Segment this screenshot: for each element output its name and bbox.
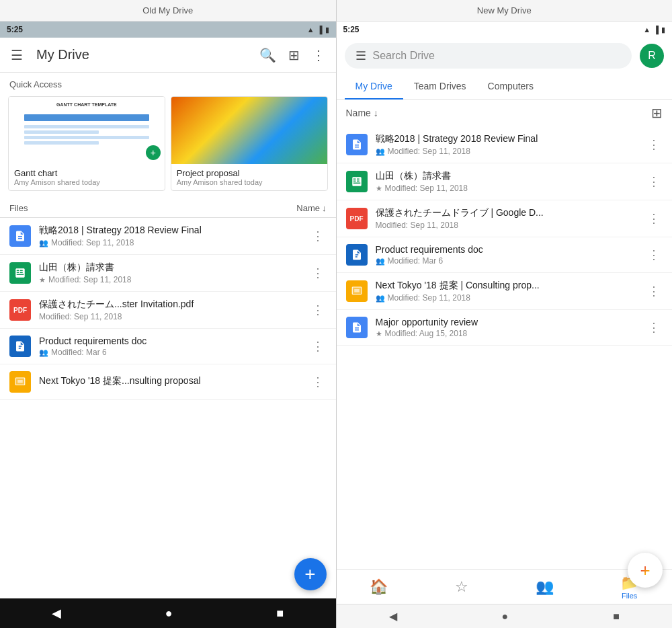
left-file-name-0: 戦略2018 | Strategy 2018 Review Final bbox=[39, 225, 309, 237]
star-nav-icon: ☆ bbox=[455, 578, 468, 596]
right-file-more-5[interactable]: ⋮ bbox=[645, 317, 663, 338]
docs-icon-0 bbox=[9, 225, 31, 247]
right-search-bar: ☰ Search Drive R bbox=[337, 38, 673, 74]
right-time: 5:25 bbox=[343, 25, 360, 34]
right-docs-icon-5 bbox=[346, 317, 368, 338]
android-back-button[interactable]: ◀ bbox=[52, 606, 61, 621]
shared-icon-0: 👥 bbox=[39, 239, 48, 247]
bottom-nav-shared[interactable]: 👥 bbox=[529, 576, 560, 598]
right-file-name-0: 戦略2018 | Strategy 2018 Review Final bbox=[376, 133, 646, 145]
right-file-item-4[interactable]: Next Tokyo '18 提案 | Consulting prop... 👥… bbox=[337, 273, 673, 310]
right-file-info-2: 保護されたチームドライブ | Google D... Modified: Sep… bbox=[376, 207, 646, 230]
left-more-button[interactable]: ⋮ bbox=[310, 46, 327, 65]
left-search-button[interactable]: 🔍 bbox=[258, 46, 278, 65]
right-fab[interactable]: + bbox=[628, 553, 663, 588]
right-file-more-4[interactable]: ⋮ bbox=[645, 281, 663, 301]
tab-my-drive[interactable]: My Drive bbox=[345, 74, 403, 100]
android-recent-button[interactable]: ■ bbox=[276, 606, 284, 621]
search-input-wrapper[interactable]: ☰ Search Drive bbox=[345, 43, 632, 69]
right-file-more-1[interactable]: ⋮ bbox=[645, 171, 663, 192]
left-panel-label: Old My Drive bbox=[0, 0, 336, 22]
right-fab-icon: + bbox=[640, 560, 650, 581]
left-file-more-0[interactable]: ⋮ bbox=[309, 226, 327, 246]
right-file-item-1[interactable]: 山田（株）請求書 ★ Modified: Sep 11, 2018 ⋮ bbox=[337, 163, 673, 200]
left-file-more-4[interactable]: ⋮ bbox=[309, 372, 327, 392]
right-tabs: My Drive Team Drives Computers bbox=[337, 74, 673, 100]
left-file-item-4[interactable]: Next Tokyo '18 提案...nsulting proposal ⋮ bbox=[0, 364, 336, 400]
right-android-back-button[interactable]: ◀ bbox=[389, 610, 397, 623]
left-file-info-4: Next Tokyo '18 提案...nsulting proposal bbox=[39, 375, 309, 389]
battery-icon: ▮ bbox=[325, 26, 329, 34]
qa-card-gantt[interactable]: GANTT CHART TEMPLATE + Gantt chart Amy A… bbox=[8, 96, 165, 191]
star-icon-1: ★ bbox=[39, 276, 46, 284]
shared-icon-3: 👥 bbox=[39, 348, 48, 357]
left-name-sort[interactable]: Name ↓ bbox=[296, 203, 326, 213]
right-file-info-3: Product requirements doc 👥 Modified: Mar… bbox=[376, 244, 646, 266]
right-status-bar: 5:25 ▲ ▐ ▮ bbox=[337, 22, 673, 38]
left-status-bar: 5:25 ▲ ▐ ▮ bbox=[0, 22, 336, 38]
qa-card-gantt-sub: Amy Amison shared today bbox=[14, 178, 159, 186]
right-bottom-nav: 🏠 ☆ 👥 📁 Files bbox=[337, 569, 673, 604]
right-android-home-button[interactable]: ● bbox=[502, 611, 509, 623]
left-file-more-2[interactable]: ⋮ bbox=[309, 300, 327, 320]
signal-icon: ▐ bbox=[317, 26, 323, 34]
right-file-more-3[interactable]: ⋮ bbox=[645, 245, 663, 265]
qa-card-proposal-sub: Amy Amison shared today bbox=[177, 178, 322, 186]
android-home-button[interactable]: ● bbox=[165, 606, 173, 621]
word-icon-3 bbox=[9, 336, 31, 357]
qa-card-proposal-name: Project proposal bbox=[177, 168, 322, 178]
quick-access-label: Quick Access bbox=[0, 73, 336, 93]
left-file-more-1[interactable]: ⋮ bbox=[309, 263, 327, 283]
left-file-meta-1: ★ Modified: Sep 11, 2018 bbox=[39, 275, 309, 284]
left-file-item-2[interactable]: PDF 保護されたチーム...ster Invitation.pdf Modif… bbox=[0, 292, 336, 329]
left-file-meta-3: 👥 Modified: Mar 6 bbox=[39, 348, 309, 357]
left-file-item-3[interactable]: Product requirements doc 👥 Modified: Mar… bbox=[0, 329, 336, 364]
right-android-recent-button[interactable]: ■ bbox=[613, 611, 620, 623]
right-file-item-2[interactable]: PDF 保護されたチームドライブ | Google D... Modified:… bbox=[337, 200, 673, 237]
right-wifi-icon: ▲ bbox=[643, 26, 650, 34]
left-file-item-1[interactable]: 山田（株）請求書 ★ Modified: Sep 11, 2018 ⋮ bbox=[0, 255, 336, 292]
right-file-item-5[interactable]: Major opportunity review ★ Modified: Aug… bbox=[337, 310, 673, 346]
right-file-name-4: Next Tokyo '18 提案 | Consulting prop... bbox=[376, 280, 646, 292]
left-title: My Drive bbox=[36, 47, 258, 63]
gantt-rows bbox=[24, 125, 149, 147]
left-time: 5:25 bbox=[7, 25, 23, 34]
right-grid-button[interactable]: ⊞ bbox=[651, 105, 663, 121]
right-word-icon-3 bbox=[346, 244, 368, 266]
right-shared-icon-4: 👥 bbox=[376, 294, 385, 303]
left-file-name-4: Next Tokyo '18 提案...nsulting proposal bbox=[39, 375, 309, 387]
left-files-header: Files Name ↓ bbox=[0, 199, 336, 218]
right-file-meta-5: ★ Modified: Aug 15, 2018 bbox=[376, 329, 646, 338]
search-menu-icon[interactable]: ☰ bbox=[355, 48, 366, 63]
shared-nav-icon: 👥 bbox=[536, 578, 554, 596]
right-file-meta-4: 👥 Modified: Sep 11, 2018 bbox=[376, 293, 646, 303]
user-avatar[interactable]: R bbox=[640, 44, 664, 68]
right-file-item-3[interactable]: Product requirements doc 👥 Modified: Mar… bbox=[337, 237, 673, 273]
left-fab[interactable]: + bbox=[294, 558, 327, 590]
pdf-icon-2: PDF bbox=[9, 299, 31, 321]
left-file-item-0[interactable]: 戦略2018 | Strategy 2018 Review Final 👥 Mo… bbox=[0, 218, 336, 255]
right-file-item-0[interactable]: 戦略2018 | Strategy 2018 Review Final 👥 Mo… bbox=[337, 126, 673, 163]
left-toolbar: ☰ My Drive 🔍 ⊞ ⋮ bbox=[0, 38, 336, 73]
right-star-icon-5: ★ bbox=[376, 329, 382, 338]
right-panel-label: New My Drive bbox=[337, 0, 673, 22]
qa-card-gantt-name: Gantt chart bbox=[14, 168, 159, 178]
right-file-more-2[interactable]: ⋮ bbox=[645, 208, 663, 229]
bottom-nav-home[interactable]: 🏠 bbox=[363, 576, 394, 598]
right-name-sort[interactable]: Name ↓ bbox=[346, 108, 378, 118]
left-grid-button[interactable]: ⊞ bbox=[287, 46, 301, 65]
right-file-info-1: 山田（株）請求書 ★ Modified: Sep 11, 2018 bbox=[376, 170, 646, 193]
left-file-name-3: Product requirements doc bbox=[39, 336, 309, 346]
tab-team-drives[interactable]: Team Drives bbox=[403, 74, 477, 100]
qa-card-proposal[interactable]: Project proposal Amy Amison shared today bbox=[171, 96, 328, 191]
left-menu-button[interactable]: ☰ bbox=[9, 46, 24, 65]
svg-rect-5 bbox=[354, 289, 360, 292]
tab-computers[interactable]: Computers bbox=[477, 74, 544, 100]
bottom-nav-starred[interactable]: ☆ bbox=[448, 576, 475, 598]
gantt-title-text: GANTT CHART TEMPLATE bbox=[56, 102, 117, 107]
right-file-more-0[interactable]: ⋮ bbox=[645, 134, 663, 155]
right-slides-icon-4 bbox=[346, 280, 368, 302]
left-file-info-1: 山田（株）請求書 ★ Modified: Sep 11, 2018 bbox=[39, 262, 309, 284]
left-file-more-3[interactable]: ⋮ bbox=[309, 336, 327, 356]
gantt-plus-icon: + bbox=[146, 145, 161, 160]
